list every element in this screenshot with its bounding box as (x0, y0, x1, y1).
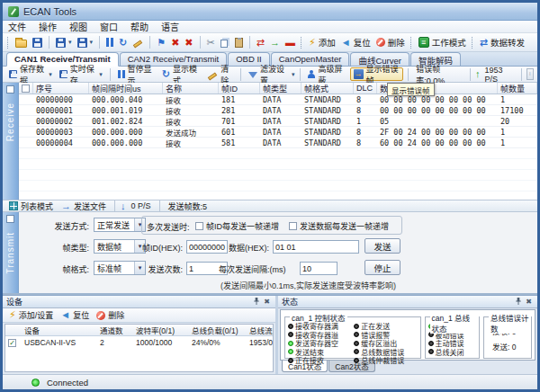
device-delete-button[interactable]: 删除 (94, 308, 127, 322)
toolbar-overflow-button[interactable]: ⁞ (526, 68, 534, 80)
table-row[interactable]: 00000004 000.000.000 接收 581 DATA STANDAR… (19, 138, 537, 148)
reset-device-button[interactable]: ◄复位 (339, 35, 373, 49)
data-hex-input[interactable]: 01 01 (273, 240, 359, 254)
open-file-button[interactable] (14, 36, 29, 49)
save-button[interactable] (31, 37, 44, 49)
device-col-name[interactable]: 设备 (22, 325, 97, 335)
add-device-button[interactable]: ⚡添加 (307, 35, 338, 49)
filter-settings-button[interactable]: 滤波设置 (246, 67, 290, 81)
receive-collapse-box[interactable] (6, 85, 14, 94)
cell-type: DATA (260, 117, 302, 126)
col-header-count[interactable]: 帧数量 (498, 83, 537, 94)
display-mode-button[interactable]: ↻显示模式 (159, 67, 202, 81)
titlebar[interactable]: ECAN Tools (3, 3, 537, 21)
transmit-side-tab[interactable]: Transmit (3, 212, 19, 293)
col-header-id[interactable]: 帧ID (219, 83, 260, 94)
save-data-button[interactable]: 保存数据▾ (6, 67, 55, 81)
table-row[interactable]: 00000000 000.000.040 接收 181 DATA STANDAR… (19, 94, 537, 105)
col-header-format[interactable]: 帧格式 (302, 83, 354, 94)
remove-bar-button[interactable]: ▬ (284, 37, 297, 49)
work-mode-button[interactable]: ≡工作模式 (417, 35, 468, 49)
menu-operation[interactable]: 操作 (39, 20, 57, 33)
transmit-collapse-box[interactable] (6, 215, 14, 223)
send-mode-select[interactable]: 正常发送▾ (94, 218, 146, 232)
toolbar-grip[interactable] (410, 37, 413, 49)
cell-type: DATA (260, 95, 302, 104)
col-header-name[interactable]: 名称 (163, 83, 219, 94)
device-reset-button[interactable]: ◄复位 (58, 308, 92, 322)
col-header-interval[interactable]: 帧间隔时间us (89, 83, 163, 94)
forward-button[interactable]: → (268, 37, 282, 49)
delete-all-button[interactable]: ✖ (183, 37, 194, 49)
toolbar-grip[interactable] (301, 37, 303, 49)
cell-name: 接收 (163, 138, 219, 148)
person-icon (307, 70, 315, 79)
data-increment-checkbox[interactable] (289, 222, 297, 230)
receive-side-tab[interactable]: Receive (3, 83, 19, 200)
pause-display-button[interactable]: 暂停显示 (115, 67, 158, 81)
bus-status-title: can_1 总线状态 (430, 312, 480, 334)
menu-language[interactable]: 语言 (161, 20, 179, 33)
stop-button[interactable]: 停止 (364, 260, 400, 275)
id-increment-checkbox[interactable] (195, 222, 203, 230)
realtime-save-button[interactable]: 实时保存▾ (57, 67, 105, 81)
table-row[interactable]: 00000002 001.002.824 接收 701 DATA STANDAR… (19, 116, 537, 127)
device-panel-title: 设备 (6, 296, 22, 307)
toolbar-grip[interactable] (7, 37, 10, 49)
delete-one-button[interactable]: ✖ (169, 37, 181, 49)
device-col-flow[interactable]: 总线流量(0/1) (247, 325, 273, 335)
clear-list-button[interactable]: 清除 (204, 67, 236, 81)
frame-format-label: 帧格式: (37, 263, 89, 275)
table-row[interactable]: 00000003 000.000.000 发送成功 601 DATA STAND… (19, 127, 537, 138)
open-folder-icon (15, 40, 27, 48)
cell-data: 00 00 00 00 00 00 00 00 (377, 106, 498, 115)
col-header-seq[interactable]: 序号 (33, 83, 89, 94)
realtime-save-dropdown[interactable]: ▾ (76, 37, 95, 49)
menu-file[interactable]: 文件 (8, 20, 26, 33)
data-increment-option[interactable]: 发送数据每发送一帧递增 (289, 220, 389, 232)
device-enabled-checkbox[interactable]: ✓ (8, 339, 16, 347)
flag-button[interactable]: ⚑ (155, 37, 167, 49)
clear-button[interactable] (130, 38, 145, 47)
toolbar-overflow-caret[interactable]: ▾ (292, 71, 295, 78)
menu-help[interactable]: 帮助 (130, 20, 148, 33)
pause-button[interactable] (104, 37, 115, 48)
data-forward-button[interactable]: ⇄数据转发 (478, 35, 526, 49)
send-button[interactable]: 发送 (364, 238, 400, 254)
toolbar-grip[interactable] (472, 37, 474, 49)
reset-arrow-icon: ◄ (341, 38, 351, 48)
list-mode-button[interactable]: 列表模式 (6, 200, 56, 213)
close-icon[interactable]: ✖ (524, 298, 534, 306)
show-error-frames-button[interactable]: →显示错误帧 (350, 67, 404, 81)
pin-icon[interactable] (251, 298, 262, 307)
send-interval-input[interactable]: 10 (300, 262, 338, 275)
delete-device-button[interactable]: 删除 (374, 35, 407, 49)
device-col-baud[interactable]: 波特率(0/1) (133, 325, 189, 335)
menu-window[interactable]: 窗口 (100, 20, 118, 33)
bus-status-group: can_1 总线状态 总线正常 被动错误 主动错误 总线关闭 (425, 316, 481, 359)
send-mode-label: 发送方式: (37, 220, 89, 232)
device-row[interactable]: ✓ USBCAN-II-VS 2 1000/1000 24%/0% 1953/0 (5, 336, 273, 348)
delete-all-cross-icon: ✖ (184, 38, 193, 48)
refresh-button[interactable]: ↻ (117, 37, 129, 49)
col-header-type[interactable]: 帧类型 (260, 83, 302, 94)
device-add-settings-button[interactable]: ⚡添加/设置 (6, 308, 56, 322)
close-icon[interactable]: ✖ (262, 298, 272, 306)
paste-button[interactable] (233, 37, 245, 49)
device-col-channels[interactable]: 通道数 (97, 325, 133, 335)
select-all-checkbox[interactable] (22, 85, 30, 93)
save-data-dropdown[interactable]: ▾ (54, 37, 74, 49)
menu-view[interactable]: 视图 (69, 20, 87, 33)
device-col-load[interactable]: 总线负载(0/1) (189, 325, 247, 335)
copy-button[interactable] (219, 37, 231, 49)
swap-button[interactable]: ⇄ (255, 37, 266, 49)
table-row[interactable]: 00000001 000.001.019 接收 281 DATA STANDAR… (19, 105, 537, 116)
cut-button[interactable]: ✂ (205, 37, 217, 49)
id-increment-option[interactable]: 帧ID每发送一帧递增 (195, 220, 279, 232)
error-tx-row: 发送: 0 (492, 341, 529, 352)
advanced-mask-button[interactable]: 高级屏蔽 (304, 67, 347, 81)
pin-icon[interactable] (513, 298, 524, 307)
send-file-button[interactable]: →发送文件 (58, 200, 109, 213)
col-header-dlc[interactable]: DLC (354, 83, 377, 94)
cell-format: STANDARD (302, 106, 354, 115)
